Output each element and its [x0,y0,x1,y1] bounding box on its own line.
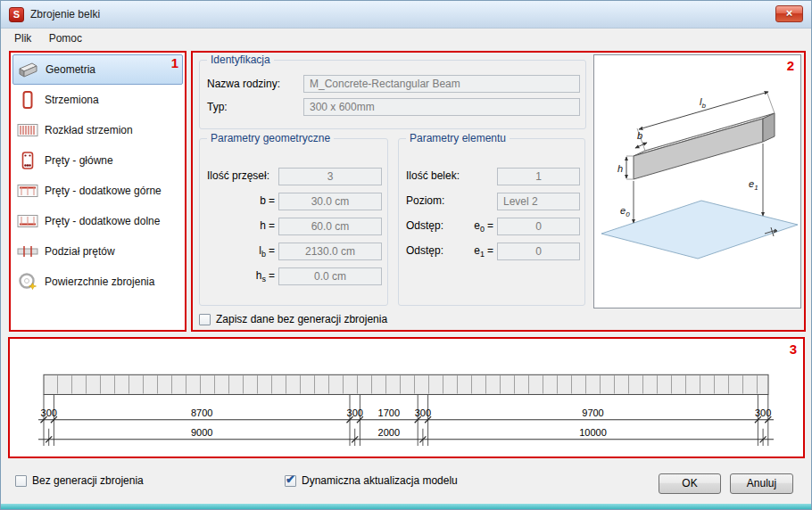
e1-dim-label: e1 [749,178,758,192]
identification-group: Identyfikacja Nazwa rodziny: M_Concrete-… [199,60,586,129]
h-label: h= [203,219,275,234]
checkbox-box[interactable]: ✔ [15,475,27,487]
beam-elevation-drawing: 300 8700 300 1700 300 9700 300 9000 2000… [10,339,803,457]
family-name-label: Nazwa rodziny: [207,78,280,90]
dimension-chains [38,420,774,440]
annotation-3: 3 [790,341,797,357]
dim-label: 300 [41,407,57,418]
dim-label: 300 [415,407,431,418]
main-bars-icon [16,151,39,170]
lb-field[interactable]: 2130.0 cm [278,243,382,260]
sidebar-item-label: Strzemiona [45,94,99,106]
dim-label: 1700 [378,407,400,418]
b-field[interactable]: 30.0 cm [278,193,382,210]
dim-label: 8700 [191,407,212,418]
sidebar-item-podzial-pretow[interactable]: Podział prętów [12,236,183,267]
menu-item-pomoc[interactable]: Pomoc [42,29,89,47]
dynamic-update-checkbox[interactable]: ✔ Dynamiczna aktualizacja modelu [285,474,458,487]
checkbox-box[interactable]: ✔ [285,475,296,487]
beam-body [44,374,768,394]
sidebar-item-label: Powierzchnie zbrojenia [45,276,154,288]
dimension-ticks [41,416,772,442]
offset-e0-caption: Odstęp: [406,219,443,232]
offset-e1-caption: Odstęp: [406,244,443,257]
b-dim-label: b [637,130,642,141]
beams-count-field[interactable]: 1 [497,168,580,185]
sidebar-item-label: Podział prętów [45,245,115,258]
dim-label: 10000 [579,427,607,438]
dimension-values: 300 8700 300 1700 300 9700 300 9000 2000… [41,407,772,438]
b-label: b= [203,194,275,209]
bar-split-icon [16,242,39,261]
offset-e0-field[interactable]: 0 [497,218,580,235]
checkmark-icon: ✔ [286,473,295,486]
dim-label: 9700 [582,407,603,418]
sidebar-item-label: Pręty - dodatkowe dolne [45,215,160,227]
stirrup-icon [16,90,39,110]
geometry-3d-beam-icon [17,60,40,79]
beam-preview: 2 [593,54,801,308]
dim-label: 2000 [378,427,400,438]
spans-count-label: Ilość przęseł: [207,169,269,182]
sidebar-item-label: Geometria [46,63,95,76]
group-title: Parametry geometryczne [207,132,334,144]
sidebar-item-label: Pręty - główne [45,154,113,167]
dim-label: 9000 [191,427,212,438]
lb-dim-label: lb [700,96,706,110]
checkbox-label: Zapisz dane bez generacji zbrojenia [216,313,387,325]
app-icon: S [9,7,24,22]
parameters-panel: Identyfikacja Nazwa rodziny: M_Concrete-… [191,51,806,332]
beam-3d-sketch: lb b h e0 e1 [594,55,800,308]
family-name-field[interactable]: M_Concrete-Rectangular Beam [303,75,580,93]
additional-bottom-bars-icon [16,211,39,231]
dim-label: 300 [347,407,363,418]
close-icon: × [786,6,793,20]
type-field[interactable]: 300 x 600mm [303,98,580,116]
annotation-2: 2 [787,58,794,73]
sidebar-item-label: Rozkład strzemion [45,124,133,136]
title-bar[interactable]: S Zbrojenie belki × [1,1,811,29]
stirrup-layout-icon [16,120,39,140]
e0-label: e0= [452,219,493,234]
sidebar-item-label: Pręty - dodatkowe górne [45,185,162,197]
group-title: Identyfikacja [207,53,274,66]
window-title: Zbrojenie belki [30,8,100,21]
geometry-parameters-group: Parametry geometryczne Ilość przęseł: 3 … [199,138,388,306]
group-title: Parametry elementu [406,132,510,144]
close-button[interactable]: × [775,5,803,22]
no-reinforcement-checkbox[interactable]: ✔ Bez generacji zbrojenia [15,474,144,487]
level-field[interactable]: Level 2 [497,193,580,210]
menu-bar: Plik Pomoc [1,29,811,48]
sidebar-item-geometria[interactable]: Geometria [12,54,183,85]
offset-e1-field[interactable]: 0 [497,243,580,260]
sidebar-item-prety-dodatkowe-dolne[interactable]: Pręty - dodatkowe dolne [12,206,183,236]
hs-field[interactable]: 0.0 cm [278,267,382,285]
sidebar-item-powierzchnie-zbrojenia[interactable]: Powierzchnie zbrojenia [12,267,183,297]
type-label: Typ: [207,101,228,113]
sidebar-item-rozklad-strzemion[interactable]: Rozkład strzemion [12,115,183,145]
dim-label: 300 [755,407,771,418]
ok-button[interactable]: OK [659,473,721,494]
checkbox-label: Bez generacji zbrojenia [32,474,144,487]
sidebar-item-strzemiona[interactable]: Strzemiona [12,85,183,115]
sidebar-item-prety-glowne[interactable]: Pręty - główne [12,145,183,176]
save-without-generation-checkbox[interactable]: ✔ Zapisz dane bez generacji zbrojenia [199,313,387,325]
menu-item-plik[interactable]: Plik [7,29,38,47]
cancel-button[interactable]: Anuluj [730,473,793,494]
beams-count-label: Ilość belek: [406,169,460,182]
additional-top-bars-icon [16,181,39,201]
checkbox-label: Dynamiczna aktualizacja modelu [302,474,458,487]
beam-solid [634,113,775,179]
hs-label: hs= [203,269,275,284]
h-field[interactable]: 60.0 cm [278,218,382,235]
checkbox-box[interactable]: ✔ [199,314,211,325]
e0-dim-label: e0 [620,205,630,218]
h-dim-label: h [617,163,623,174]
spans-count-field[interactable]: 3 [278,168,382,185]
e1-label: e1= [452,244,493,259]
elevation-panel: 3 [8,337,805,458]
sidebar-item-prety-dodatkowe-gorne[interactable]: Pręty - dodatkowe górne [12,176,183,206]
category-panel: 1 Geometria Strzemiona Rozkład strzemion… [9,51,186,332]
element-parameters-group: Parametry elementu Ilość belek: 1 Poziom… [398,138,585,306]
window-bottom-edge [1,504,811,509]
